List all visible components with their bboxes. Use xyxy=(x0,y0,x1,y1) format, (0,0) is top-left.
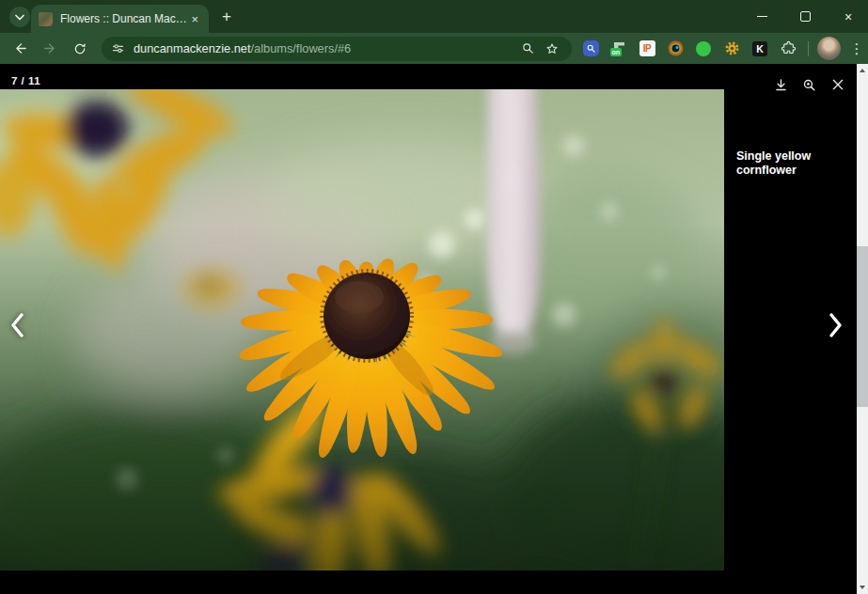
zoom-button[interactable] xyxy=(798,74,819,95)
browser-window: Flowers :: Duncan Mackenzie × + × xyxy=(0,0,868,594)
tab-search-button[interactable] xyxy=(9,7,30,27)
coneflower-photo-graphic xyxy=(0,89,724,571)
ip-icon: IP xyxy=(639,40,655,56)
zoom-magnifier-icon xyxy=(801,77,817,93)
gear-icon xyxy=(724,40,740,56)
scroll-down-icon xyxy=(860,586,865,589)
download-button[interactable] xyxy=(770,74,791,95)
browser-menu-button[interactable]: ⋮ xyxy=(848,38,865,60)
minimize-button[interactable] xyxy=(751,7,772,27)
site-info-icon[interactable] xyxy=(111,41,125,55)
window-close-button[interactable]: × xyxy=(838,7,859,27)
puzzle-icon xyxy=(781,40,797,56)
tab-title: Flowers :: Duncan Mackenzie xyxy=(60,12,188,25)
extension-color-rings[interactable] xyxy=(664,38,687,60)
new-tab-button[interactable]: + xyxy=(216,7,237,27)
back-icon xyxy=(12,40,28,56)
magnifier-icon xyxy=(521,41,535,55)
next-photo-button[interactable] xyxy=(825,311,845,339)
browser-tab[interactable]: Flowers :: Duncan Mackenzie × xyxy=(31,5,209,33)
scrollbar-thumb[interactable] xyxy=(857,246,868,407)
browser-toolbar: duncanmackenzie.net/albums/flowers/#6 xyxy=(0,33,868,64)
zoom-level-button[interactable] xyxy=(517,39,538,59)
extension-ip[interactable]: IP xyxy=(636,38,658,60)
url-path: /albums/flowers/#6 xyxy=(251,41,352,55)
extension-k[interactable]: K xyxy=(749,38,771,60)
blue-search-icon xyxy=(583,40,599,56)
title-bar: Flowers :: Duncan Mackenzie × + × xyxy=(0,0,868,33)
color-rings-icon xyxy=(668,40,684,56)
previous-photo-button[interactable] xyxy=(8,311,28,339)
download-icon xyxy=(773,77,789,93)
minimize-icon xyxy=(757,16,767,18)
bookmark-button[interactable] xyxy=(542,39,562,59)
k-icon: K xyxy=(752,41,767,56)
chevron-right-icon xyxy=(825,311,845,339)
corner-flag-icon: on xyxy=(611,40,627,56)
photo-counter: 7 / 11 xyxy=(11,75,40,86)
extension-on-badge[interactable]: on xyxy=(608,38,630,60)
extensions-row: on IP xyxy=(579,37,865,60)
extension-gear[interactable] xyxy=(720,38,743,60)
reload-icon xyxy=(72,41,87,56)
forward-icon xyxy=(42,40,58,56)
url-host: duncanmackenzie.net xyxy=(134,41,251,55)
scroll-up-button[interactable] xyxy=(857,64,868,77)
back-button[interactable] xyxy=(8,37,32,61)
photo-caption: Single yellow cornflower xyxy=(736,149,847,179)
maximize-icon xyxy=(800,11,811,22)
reload-button[interactable] xyxy=(68,37,92,61)
tab-close-button[interactable]: × xyxy=(188,12,201,26)
profile-avatar[interactable] xyxy=(817,37,841,60)
star-icon xyxy=(544,41,560,56)
maximize-button[interactable] xyxy=(795,7,815,27)
chevron-down-icon xyxy=(15,14,24,21)
green-circle-icon xyxy=(696,41,711,56)
chevron-left-icon xyxy=(8,311,28,339)
close-icon xyxy=(830,77,845,92)
photo[interactable] xyxy=(0,89,724,571)
extension-blue-search[interactable] xyxy=(579,38,602,60)
lightbox-close-button[interactable] xyxy=(828,74,848,95)
scroll-down-button[interactable] xyxy=(857,581,868,594)
on-badge-label: on xyxy=(610,48,623,56)
extensions-menu-button[interactable] xyxy=(777,38,799,60)
forward-button[interactable] xyxy=(38,37,62,61)
lightbox-page: 7 / 11 xyxy=(0,64,868,594)
scroll-up-icon xyxy=(860,69,865,72)
site-favicon xyxy=(39,12,53,26)
toolbar-divider xyxy=(808,41,809,56)
url-text: duncanmackenzie.net/albums/flowers/#6 xyxy=(134,41,513,55)
page-scrollbar[interactable] xyxy=(857,64,868,594)
address-bar[interactable]: duncanmackenzie.net/albums/flowers/#6 xyxy=(102,37,572,61)
extension-green-dot[interactable] xyxy=(692,38,715,60)
window-controls: × xyxy=(751,0,859,33)
